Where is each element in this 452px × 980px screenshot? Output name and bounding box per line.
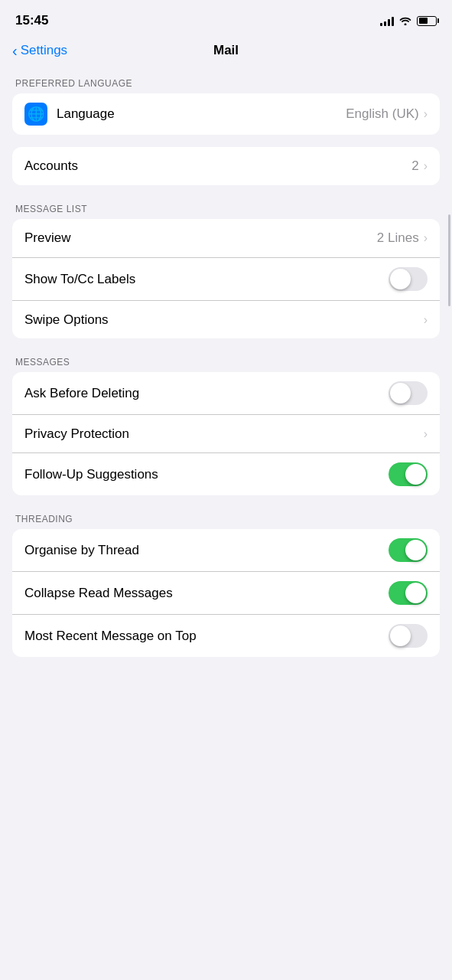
toggle-knob [405,583,426,603]
signal-icon [380,15,394,26]
back-chevron-icon: ‹ [12,43,18,58]
ask-before-deleting-toggle[interactable] [389,381,428,405]
show-tocc-row[interactable]: Show To/Cc Labels [12,257,440,300]
status-bar: 15:45 [0,0,452,38]
organise-by-thread-row[interactable]: Organise by Thread [12,529,440,571]
language-row[interactable]: 🌐 Language English (UK) › [12,93,440,135]
preview-row[interactable]: Preview 2 Lines › [12,219,440,257]
threading-card: Organise by Thread Collapse Read Message… [12,529,440,657]
toggle-knob [390,269,411,289]
preferred-language-section: PREFERRED LANGUAGE 🌐 Language English (U… [0,72,452,135]
settings-content: PREFERRED LANGUAGE 🌐 Language English (U… [0,66,452,669]
message-list-label: MESSAGE LIST [0,198,452,219]
follow-up-suggestions-toggle[interactable] [389,462,428,486]
status-icons [380,15,437,28]
back-button[interactable]: ‹ Settings [12,43,67,58]
toggle-knob [390,383,411,403]
accounts-label: Accounts [24,158,411,174]
preview-chevron-icon: › [424,231,428,245]
follow-up-suggestions-row[interactable]: Follow-Up Suggestions [12,452,440,495]
nav-bar: ‹ Settings Mail [0,38,452,66]
accounts-card: Accounts 2 › [12,147,440,185]
swipe-options-row[interactable]: Swipe Options › [12,300,440,338]
collapse-read-messages-toggle[interactable] [389,581,428,605]
messages-label: MESSAGES [0,351,452,372]
message-list-card: Preview 2 Lines › Show To/Cc Labels Swip… [12,219,440,338]
toggle-knob [405,540,426,560]
preview-value: 2 Lines [377,230,419,246]
show-tocc-toggle[interactable] [389,267,428,291]
swipe-options-label: Swipe Options [24,312,424,328]
preferred-language-label: PREFERRED LANGUAGE [0,72,452,93]
preferred-language-card: 🌐 Language English (UK) › [12,93,440,135]
back-label: Settings [21,43,67,58]
swipe-options-chevron-icon: › [424,313,428,327]
messages-card: Ask Before Deleting Privacy Protection ›… [12,372,440,495]
collapse-read-messages-row[interactable]: Collapse Read Messages [12,571,440,614]
status-time: 15:45 [15,13,48,28]
language-value: English (UK) [346,106,418,122]
privacy-protection-row[interactable]: Privacy Protection › [12,414,440,452]
threading-section: THREADING Organise by Thread Collapse Re… [0,508,452,657]
globe-icon: 🌐 [28,106,44,122]
toggle-knob [390,626,411,646]
privacy-protection-label: Privacy Protection [24,426,424,442]
threading-label: THREADING [0,508,452,529]
most-recent-on-top-row[interactable]: Most Recent Message on Top [12,614,440,657]
organise-by-thread-toggle[interactable] [389,538,428,562]
most-recent-on-top-toggle[interactable] [389,624,428,648]
ask-before-deleting-row[interactable]: Ask Before Deleting [12,372,440,414]
accounts-value: 2 [411,158,418,174]
ask-before-deleting-label: Ask Before Deleting [24,386,389,401]
organise-by-thread-label: Organise by Thread [24,543,389,558]
toggle-knob [405,464,426,485]
page-title: Mail [213,43,239,58]
message-list-section: MESSAGE LIST Preview 2 Lines › Show To/C… [0,198,452,338]
most-recent-on-top-label: Most Recent Message on Top [24,629,389,644]
scrollbar[interactable] [448,214,450,306]
accounts-row[interactable]: Accounts 2 › [12,147,440,185]
follow-up-suggestions-label: Follow-Up Suggestions [24,467,389,482]
language-label: Language [57,106,346,122]
language-chevron-icon: › [424,107,428,121]
language-icon-bg: 🌐 [24,103,47,126]
show-tocc-label: Show To/Cc Labels [24,272,389,287]
privacy-protection-chevron-icon: › [424,427,428,441]
battery-icon [417,16,437,26]
preview-label: Preview [24,230,377,246]
wifi-icon [398,15,412,28]
messages-section: MESSAGES Ask Before Deleting Privacy Pro… [0,351,452,495]
collapse-read-messages-label: Collapse Read Messages [24,586,389,601]
accounts-chevron-icon: › [424,159,428,173]
accounts-section: Accounts 2 › [0,147,452,185]
